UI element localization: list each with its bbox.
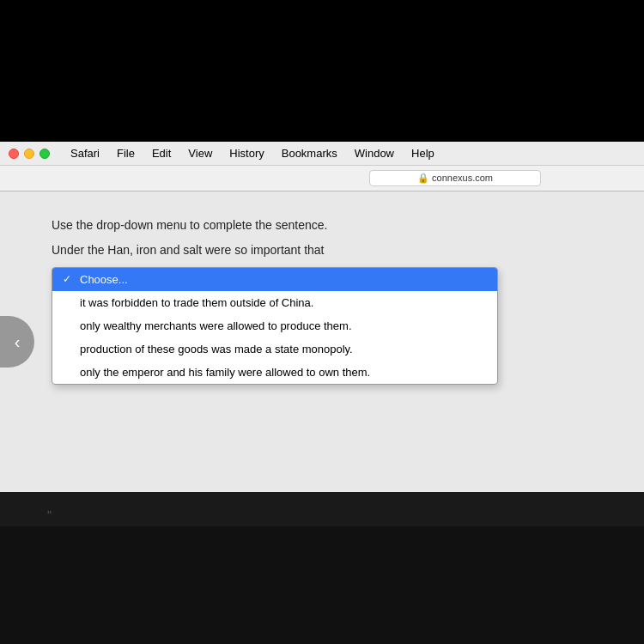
dropdown-option-choose[interactable]: ✓ Choose... xyxy=(52,268,497,291)
content-area: Use the drop-down menu to complete the s… xyxy=(0,191,644,492)
dropdown-container[interactable]: ✓ Choose... it was forbidden to trade th… xyxy=(52,267,498,385)
lock-icon: 🔒 xyxy=(417,173,429,183)
option-4-label: only the emperor and his family were all… xyxy=(80,366,370,379)
checkmark-placeholder-1 xyxy=(63,296,75,308)
menu-bar: Safari File Edit View History Bookmarks … xyxy=(0,142,644,166)
menu-history[interactable]: History xyxy=(221,145,272,161)
menu-bookmarks[interactable]: Bookmarks xyxy=(273,145,346,161)
checkmark-icon: ✓ xyxy=(63,273,75,285)
dropdown-option-2[interactable]: only wealthy merchants were allowed to p… xyxy=(52,314,497,337)
option-1-label: it was forbidden to trade them outside o… xyxy=(80,296,313,309)
back-arrow-button[interactable]: ‹ xyxy=(0,316,34,368)
option-choose-label: Choose... xyxy=(80,273,128,286)
menu-view[interactable]: View xyxy=(179,145,221,161)
back-arrow-icon: ‹ xyxy=(15,332,21,352)
address-bar[interactable]: 🔒 connexus.com xyxy=(369,170,541,186)
option-3-label: production of these goods was made a sta… xyxy=(80,343,353,355)
screen-area: Safari File Edit View History Bookmarks … xyxy=(0,142,644,526)
bottom-dark-strip: " xyxy=(0,492,644,526)
dropdown-option-4[interactable]: only the emperor and his family were all… xyxy=(52,361,497,384)
menu-edit[interactable]: Edit xyxy=(143,145,179,161)
black-bottom-bar xyxy=(0,526,644,644)
menu-help[interactable]: Help xyxy=(403,145,443,161)
menu-window[interactable]: Window xyxy=(346,145,403,161)
minimize-button[interactable] xyxy=(24,149,34,159)
dropdown-open[interactable]: ✓ Choose... it was forbidden to trade th… xyxy=(52,267,498,385)
sentence-text: Under the Han, iron and salt were so imp… xyxy=(52,243,592,257)
url-text: connexus.com xyxy=(432,173,493,183)
checkmark-placeholder-2 xyxy=(63,319,75,331)
checkmark-placeholder-4 xyxy=(63,366,75,378)
menu-safari[interactable]: Safari xyxy=(62,145,108,161)
traffic-lights xyxy=(0,149,58,159)
checkmark-placeholder-3 xyxy=(63,343,75,355)
bottom-quote-text: " xyxy=(47,508,52,522)
dropdown-option-3[interactable]: production of these goods was made a sta… xyxy=(52,337,497,361)
close-button[interactable] xyxy=(9,149,19,159)
menu-file[interactable]: File xyxy=(108,145,143,161)
dropdown-option-1[interactable]: it was forbidden to trade them outside o… xyxy=(52,291,497,314)
option-2-label: only wealthy merchants were allowed to p… xyxy=(80,319,352,332)
address-bar-area: 🔒 connexus.com xyxy=(0,166,644,191)
maximize-button[interactable] xyxy=(39,149,50,159)
instruction-text: Use the drop-down menu to complete the s… xyxy=(52,217,592,234)
black-top-bar xyxy=(0,0,644,142)
